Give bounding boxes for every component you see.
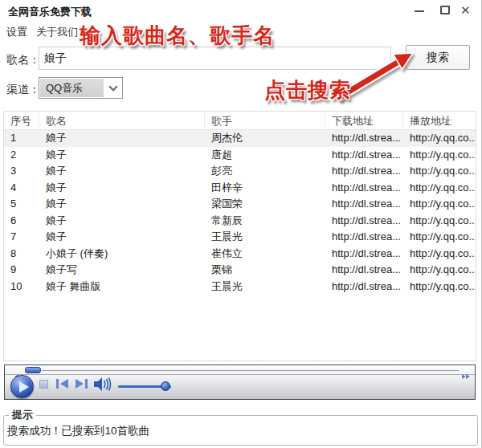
cell-play: http://y.qq.co...: [403, 180, 476, 197]
annotation-input-hint: 输入歌曲名、歌手名: [80, 22, 275, 50]
cell-artist: 唐超: [205, 147, 325, 164]
title-bar: 全网音乐免费下载 ✕: [0, 0, 481, 21]
table-header: 序号 歌名 歌手 下载地址 播放地址: [4, 112, 476, 130]
previous-button[interactable]: [56, 379, 69, 389]
cell-artist: 王晨光: [205, 279, 325, 295]
song-name-label: 歌名：: [6, 53, 40, 67]
cell-download: http://dl.strea...: [325, 279, 403, 295]
cell-artist: 常新辰: [205, 213, 325, 230]
cell-download: http://dl.strea...: [325, 130, 403, 147]
cell-play: http://y.qq.co...: [403, 246, 476, 263]
cell-download: http://dl.strea...: [325, 262, 403, 279]
cell-play: http://y.qq.co...: [403, 196, 476, 213]
results-table: 序号 歌名 歌手 下载地址 播放地址 1 娘子 周杰伦 http://dl.st…: [3, 111, 476, 361]
minimize-button[interactable]: [411, 3, 427, 18]
cell-play: http://y.qq.co...: [403, 262, 476, 279]
table-row[interactable]: 6 娘子 常新辰 http://dl.strea... http://y.qq.…: [4, 213, 476, 230]
window-title: 全网音乐免费下载: [8, 5, 92, 19]
cell-artist: 栗锦: [205, 262, 325, 279]
table-row[interactable]: 8 小娘子 (伴奏) 崔伟立 http://dl.strea... http:/…: [4, 246, 476, 263]
table-row[interactable]: 3 娘子 彭亮 http://dl.strea... http://y.qq.c…: [4, 163, 476, 180]
volume-knob[interactable]: [161, 381, 170, 391]
cell-download: http://dl.strea...: [325, 246, 403, 263]
cell-play: http://y.qq.co...: [403, 229, 476, 246]
channel-select[interactable]: QQ音乐: [39, 77, 123, 99]
header-artist[interactable]: 歌手: [205, 112, 325, 130]
cell-index: 3: [4, 163, 39, 180]
header-play[interactable]: 播放地址: [403, 112, 476, 130]
table-row[interactable]: 9 娘子写 栗锦 http://dl.strea... http://y.qq.…: [4, 262, 476, 279]
song-name-input[interactable]: [39, 47, 391, 70]
menu-item-settings[interactable]: 设置: [6, 25, 27, 39]
tip-group-box: 提示 搜索成功！已搜索到10首歌曲: [3, 408, 478, 446]
cell-play: http://y.qq.co...: [403, 279, 476, 295]
cell-song: 娘子: [39, 196, 205, 213]
cell-artist: 周杰伦: [205, 130, 325, 147]
table-row[interactable]: 2 娘子 唐超 http://dl.strea... http://y.qq.c…: [4, 147, 476, 164]
cell-play: http://y.qq.co...: [403, 213, 476, 230]
close-icon: ✕: [460, 4, 471, 17]
media-player-bar: [4, 365, 476, 400]
channel-label: 渠道：: [6, 83, 40, 97]
cell-song: 娘子: [39, 130, 205, 147]
close-button[interactable]: ✕: [458, 3, 474, 18]
cell-song: 娘子: [39, 229, 205, 246]
table-row[interactable]: 4 娘子 田梓辛 http://dl.strea... http://y.qq.…: [4, 180, 476, 197]
header-download[interactable]: 下载地址: [325, 112, 403, 130]
cell-artist: 王晨光: [205, 229, 325, 246]
cell-song: 娘子: [39, 180, 205, 197]
menu-item-about[interactable]: 关于我们: [36, 25, 78, 39]
play-icon: [19, 381, 29, 393]
maximize-button[interactable]: [437, 3, 453, 18]
maximize-icon: [440, 6, 450, 14]
table-row[interactable]: 5 娘子 梁国荣 http://dl.strea... http://y.qq.…: [4, 196, 476, 213]
play-button[interactable]: [10, 375, 34, 398]
cell-artist: 田梓辛: [205, 180, 325, 197]
table-body: 1 娘子 周杰伦 http://dl.strea... http://y.qq.…: [4, 130, 476, 295]
cell-download: http://dl.strea...: [325, 213, 403, 230]
cell-index: 7: [4, 229, 39, 246]
minimize-icon: [415, 10, 424, 12]
search-button[interactable]: 搜索: [406, 45, 470, 70]
cell-index: 5: [4, 196, 39, 213]
channel-selected-value: QQ音乐: [40, 79, 104, 97]
cell-play: http://y.qq.co...: [403, 163, 476, 180]
fast-forward-icon[interactable]: [462, 368, 470, 382]
speaker-icon[interactable]: [93, 377, 112, 392]
cell-song: 娘子: [39, 213, 205, 230]
seek-track[interactable]: [42, 370, 459, 371]
stop-button[interactable]: [39, 380, 48, 389]
cell-index: 6: [4, 213, 39, 230]
cell-index: 4: [4, 180, 39, 197]
cell-song: 娘子: [39, 163, 205, 180]
app-window: 全网音乐免费下载 ✕ 设置 关于我们 输入歌曲名、歌手名 点击搜索 歌名： 搜索…: [0, 0, 482, 448]
cell-play: http://y.qq.co...: [403, 130, 476, 147]
header-index[interactable]: 序号: [4, 112, 39, 130]
cell-song: 娘子: [39, 147, 205, 164]
tip-legend: 提示: [9, 408, 36, 422]
cell-artist: 崔伟立: [205, 246, 325, 263]
cell-index: 10: [4, 279, 39, 295]
next-button[interactable]: [76, 379, 88, 389]
cell-index: 9: [4, 262, 39, 279]
cell-download: http://dl.strea...: [325, 147, 403, 164]
status-message: 搜索成功！已搜索到10首歌曲: [4, 422, 477, 438]
cell-artist: 梁国荣: [205, 196, 325, 213]
cell-index: 1: [4, 130, 39, 147]
header-song[interactable]: 歌名: [39, 112, 205, 130]
cell-download: http://dl.strea...: [325, 196, 403, 213]
cell-play: http://y.qq.co...: [403, 147, 476, 164]
annotation-click-hint: 点击搜索: [264, 76, 351, 104]
table-row[interactable]: 1 娘子 周杰伦 http://dl.strea... http://y.qq.…: [4, 130, 476, 147]
cell-index: 2: [4, 147, 39, 164]
cell-download: http://dl.strea...: [325, 229, 403, 246]
table-row[interactable]: 7 娘子 王晨光 http://dl.strea... http://y.qq.…: [4, 229, 476, 246]
table-row[interactable]: 10 娘子 舞曲版 王晨光 http://dl.strea... http://…: [4, 279, 476, 295]
cell-index: 8: [4, 246, 39, 263]
cell-download: http://dl.strea...: [325, 163, 403, 180]
seek-thumb[interactable]: [25, 367, 41, 373]
cell-download: http://dl.strea...: [325, 180, 403, 197]
cell-song: 娘子 舞曲版: [39, 279, 205, 295]
seek-bar[interactable]: [5, 365, 475, 375]
cell-artist: 彭亮: [205, 163, 325, 180]
